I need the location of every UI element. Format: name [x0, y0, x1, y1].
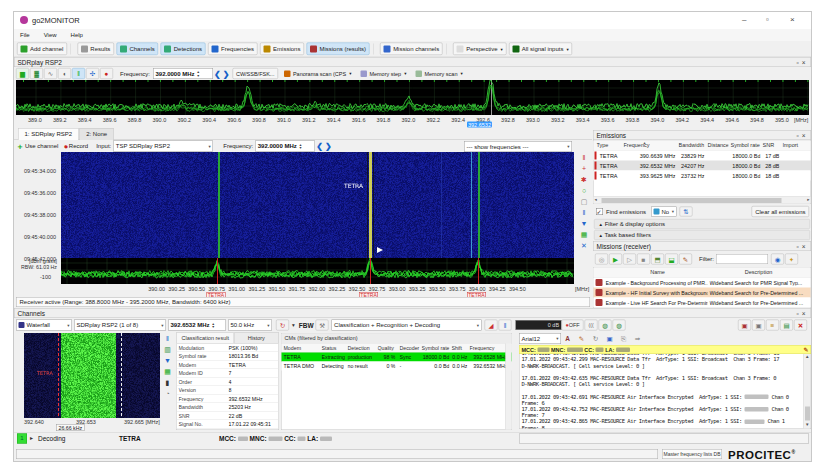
show-frequencies-select[interactable]: --- show frequencies ---▾	[464, 141, 572, 152]
rec-audio-icon[interactable]: ◍	[599, 320, 612, 331]
wf-tool-icon-6[interactable]: ▼	[579, 219, 590, 229]
close-icon[interactable]: ×	[802, 310, 809, 318]
column-header[interactable]: Frequency	[624, 142, 676, 148]
tab-1[interactable]: 1: SDRplay RSP2	[18, 128, 79, 140]
processing-select[interactable]: Classification + Recognition + Decoding▾	[332, 320, 482, 331]
mission-row[interactable]: Example - Background Processing of PMR..…	[594, 278, 811, 288]
toolbar-detections[interactable]: Detections	[161, 43, 206, 56]
column-header[interactable]: Description	[710, 269, 808, 275]
channel-frequency[interactable]: 392.6532 MHz▲▼	[168, 320, 226, 331]
column-header[interactable]: Detection	[348, 345, 376, 351]
column-header[interactable]: Name	[608, 269, 708, 275]
speaker-icon[interactable]: ◖	[58, 68, 71, 79]
ch-icon-1[interactable]: ▣	[738, 320, 751, 331]
freq-prev-arrow[interactable]: ❮	[316, 141, 323, 151]
maximize-button[interactable]: ▫	[766, 15, 769, 24]
decoded-text[interactable]: 17.01.2022 09:43:42.133 MAC-RESOURCE Dat…	[519, 354, 811, 429]
clear-all-emissions-button[interactable]: Clear all emissions	[752, 206, 809, 217]
wf-tool-icon-3[interactable]: ○	[579, 186, 590, 196]
toolbar-missions-results-[interactable]: Missions (results)	[306, 43, 369, 56]
mission-icon-6[interactable]: ⬓	[665, 254, 678, 265]
column-header[interactable]: Modem	[284, 345, 320, 351]
pause-icon[interactable]: ‖	[499, 320, 512, 331]
filter-input[interactable]	[716, 254, 768, 264]
ch-icon-2[interactable]: ▣	[752, 320, 765, 331]
column-header[interactable]: Type	[597, 142, 625, 148]
demod-button[interactable]: CW/SSB/FSK...	[232, 68, 278, 79]
close-icon[interactable]: ×	[802, 59, 809, 67]
filter-display-options[interactable]: ▲ Filter & display options	[594, 219, 810, 229]
rec-audio2-icon[interactable]: ◍	[613, 320, 626, 331]
mission-icon-2[interactable]: ▶	[609, 254, 622, 265]
sql-icon[interactable]: (((	[585, 320, 598, 331]
classif-tool-icon-2[interactable]: ▼	[162, 356, 173, 366]
filter-clear-icon[interactable]: ✦	[785, 254, 798, 265]
mission-row[interactable]: Example - HF Initial Survey with Backgro…	[594, 288, 811, 298]
column-header[interactable]: Distance [°	[708, 142, 729, 148]
classif-tool-icon-3[interactable]: ▦	[162, 367, 173, 377]
close-button[interactable]: ×	[790, 15, 795, 24]
brush-icon[interactable]: ✎	[575, 333, 588, 344]
spectrum-icon[interactable]: ▆	[16, 68, 29, 79]
wideband-spectrum[interactable]	[61, 258, 574, 284]
find-emissions-checkbox[interactable]: ✓	[596, 208, 603, 215]
close-icon[interactable]: ×	[802, 132, 809, 140]
wideband-waterfall[interactable]	[61, 152, 574, 258]
toolbar-mission-channels[interactable]: Mission channels	[380, 43, 443, 56]
minimize-button[interactable]: –	[742, 15, 746, 24]
classif-tool-icon-4[interactable]: ▮	[162, 378, 173, 388]
toolbar-emissions[interactable]: Emissions	[260, 43, 304, 56]
panorama-scan-button[interactable]: Panorama scan (CPS▾	[281, 68, 354, 79]
off-icon[interactable]: ●OFF	[562, 320, 584, 331]
classif-tab-1[interactable]: History	[234, 333, 278, 344]
save-icon[interactable]: ▣	[603, 333, 616, 344]
freq-next-arrow[interactable]: ❯	[223, 69, 230, 79]
printer-icon[interactable]: ⎘	[617, 333, 630, 344]
classif-tab-0[interactable]: Classification result	[177, 333, 235, 344]
freq-prev-arrow[interactable]: ❮	[214, 69, 221, 79]
column-header[interactable]: Symbol rate	[731, 142, 761, 148]
menu-file[interactable]: File	[20, 32, 30, 39]
classif-tool-icon-0[interactable]: ‖	[162, 334, 173, 344]
ch-icon-3[interactable]: ≡	[766, 320, 779, 331]
column-header[interactable]: Quality	[378, 345, 396, 351]
close-channel-icon[interactable]: ✕	[794, 320, 807, 331]
channel-input-select[interactable]: SDRplay RSP2 (1 of 8)▾	[74, 320, 166, 331]
toolbar-results[interactable]: Results	[77, 43, 114, 56]
wf-tool-icon-5[interactable]: ‖	[579, 208, 590, 218]
font-select[interactable]: Arial12▾	[519, 333, 561, 344]
toolbar-add-channel[interactable]: Add channel	[17, 43, 67, 56]
waterfall-icon[interactable]: ▓	[30, 68, 43, 79]
column-header[interactable]: Shift	[452, 345, 468, 351]
column-header[interactable]: Import	[783, 142, 805, 148]
close-icon[interactable]: ×	[802, 243, 809, 251]
v-scrollbar[interactable]	[506, 344, 512, 430]
frequency-spinbox[interactable]: 392.0000 MHz▲▼	[153, 68, 213, 79]
column-header[interactable]: Frequency	[470, 345, 508, 351]
refresh-icon[interactable]: ↻	[589, 333, 602, 344]
column-header[interactable]: Decoder	[400, 345, 420, 351]
column-header[interactable]: SNR	[763, 142, 780, 148]
use-channel-button[interactable]: Use channel	[25, 143, 58, 150]
panorama-spectrum[interactable]	[16, 80, 809, 115]
toolbar-all-signal-inputs[interactable]: All signal inputs▾	[509, 43, 572, 56]
mission-icon-3[interactable]: ▷	[623, 254, 636, 265]
memory-step-button[interactable]: Memory step▾	[357, 68, 409, 79]
find-mode-select[interactable]: No▾	[651, 207, 676, 217]
record-icon[interactable]: ●	[100, 68, 113, 79]
compass-icon[interactable]: ✣	[86, 68, 99, 79]
tab-2[interactable]: 2: None	[80, 128, 114, 140]
record-button[interactable]: Record	[69, 143, 88, 150]
bars-icon[interactable]: ‖	[72, 68, 85, 79]
wf-tool-icon-0[interactable]: ‖	[579, 153, 590, 163]
classif-tool-icon-1[interactable]: ▥	[162, 345, 173, 355]
audio-icon[interactable]: ∿	[44, 68, 57, 79]
input-select[interactable]: TSP SDRplay RSP2▾	[113, 141, 213, 152]
emission-row[interactable]: TETRA392.6532 MHz24207 Hz18000.0 Bd28 dB	[594, 161, 811, 171]
scrollbar[interactable]: ▲ ▼	[804, 354, 811, 429]
wrench-icon[interactable]: ⚒	[316, 320, 329, 331]
wf-tool-icon-2[interactable]: ✱	[579, 175, 590, 185]
edit-icon[interactable]: ✎	[803, 346, 808, 353]
memory-scan-button[interactable]: Memory scan▾	[412, 68, 465, 79]
column-header[interactable]: Symbol rate	[422, 345, 450, 351]
